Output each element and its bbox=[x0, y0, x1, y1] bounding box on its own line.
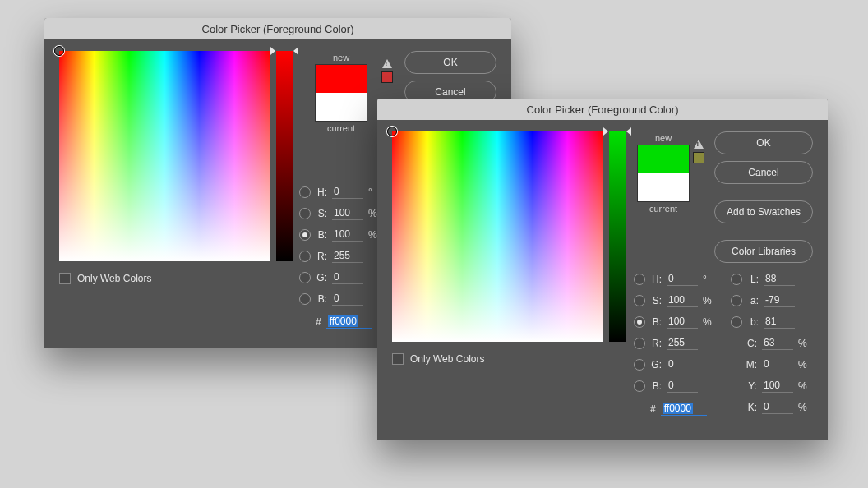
color-field[interactable] bbox=[59, 51, 270, 261]
gamut-swatch[interactable] bbox=[693, 152, 704, 163]
color-field-cursor[interactable] bbox=[387, 127, 397, 136]
radio-g[interactable] bbox=[634, 359, 645, 371]
current-color-swatch[interactable] bbox=[638, 173, 689, 201]
hue-slider-thumb-right[interactable] bbox=[293, 47, 298, 55]
field-k[interactable] bbox=[762, 401, 793, 414]
field-c[interactable] bbox=[762, 337, 793, 350]
field-h[interactable] bbox=[332, 186, 363, 199]
dialog-titlebar[interactable]: Color Picker (Foreground Color) bbox=[377, 99, 828, 120]
new-color-swatch[interactable] bbox=[316, 65, 367, 93]
radio-b[interactable] bbox=[634, 316, 645, 328]
dialog-titlebar[interactable]: Color Picker (Foreground Color) bbox=[44, 18, 511, 39]
radio-lab-b[interactable] bbox=[731, 316, 742, 328]
only-web-colors-checkbox[interactable]: Only Web Colors bbox=[59, 273, 293, 284]
hue-slider[interactable] bbox=[276, 51, 293, 261]
radio-h[interactable] bbox=[299, 186, 311, 198]
field-blue[interactable] bbox=[667, 380, 698, 393]
field-a[interactable] bbox=[764, 294, 795, 307]
radio-h[interactable] bbox=[634, 274, 645, 285]
gamut-swatch[interactable] bbox=[381, 71, 393, 83]
only-web-colors-label: Only Web Colors bbox=[410, 353, 484, 365]
checkbox-icon bbox=[392, 353, 404, 365]
hex-row: #ff0000 bbox=[299, 315, 378, 329]
color-preview bbox=[315, 64, 367, 122]
color-field-cursor[interactable] bbox=[54, 46, 64, 56]
ok-button[interactable]: OK bbox=[714, 131, 813, 154]
dialog-title: Color Picker (Foreground Color) bbox=[527, 104, 679, 116]
radio-l[interactable] bbox=[731, 274, 742, 285]
new-color-swatch[interactable] bbox=[638, 145, 689, 173]
field-y[interactable] bbox=[762, 380, 793, 393]
radio-s[interactable] bbox=[299, 208, 311, 219]
hue-slider[interactable] bbox=[609, 131, 626, 342]
radio-s[interactable] bbox=[634, 295, 645, 306]
color-libraries-button[interactable]: Color Libraries bbox=[714, 240, 813, 263]
hue-slider-thumb-left[interactable] bbox=[270, 47, 275, 55]
hue-slider-thumb-right[interactable] bbox=[626, 127, 631, 136]
new-color-label: new bbox=[333, 53, 349, 62]
hex-label: # bbox=[650, 403, 656, 415]
add-to-swatches-button[interactable]: Add to Swatches bbox=[714, 200, 813, 223]
checkbox-icon bbox=[59, 273, 71, 284]
field-m[interactable] bbox=[762, 358, 793, 371]
ok-button[interactable]: OK bbox=[404, 51, 496, 74]
only-web-colors-label: Only Web Colors bbox=[77, 273, 151, 284]
radio-blue[interactable] bbox=[634, 380, 645, 392]
radio-blue[interactable] bbox=[299, 293, 311, 305]
field-s[interactable] bbox=[332, 207, 363, 220]
hex-field[interactable]: ff0000 bbox=[326, 315, 372, 329]
hex-field[interactable]: ff0000 bbox=[661, 403, 707, 416]
field-b[interactable] bbox=[667, 315, 698, 329]
radio-b[interactable] bbox=[299, 229, 311, 241]
gamut-warning-icon[interactable] bbox=[694, 140, 704, 149]
field-h[interactable] bbox=[667, 273, 698, 286]
field-r[interactable] bbox=[667, 337, 698, 350]
field-blue[interactable] bbox=[332, 292, 363, 306]
radio-r[interactable] bbox=[299, 251, 311, 262]
radio-a[interactable] bbox=[731, 295, 742, 306]
hex-row: #ff0000 bbox=[634, 403, 713, 416]
only-web-colors-checkbox[interactable]: Only Web Colors bbox=[392, 353, 626, 365]
radio-g[interactable] bbox=[299, 272, 311, 283]
field-b[interactable] bbox=[332, 228, 363, 242]
color-field[interactable] bbox=[392, 131, 603, 342]
field-s[interactable] bbox=[667, 294, 698, 307]
color-picker-dialog-2: Color Picker (Foreground Color) Only Web… bbox=[377, 99, 828, 440]
radio-r[interactable] bbox=[634, 338, 645, 349]
field-l[interactable] bbox=[764, 273, 795, 286]
new-color-label: new bbox=[655, 133, 672, 143]
hex-label: # bbox=[316, 316, 321, 328]
current-color-label: current bbox=[649, 204, 677, 214]
field-g[interactable] bbox=[332, 271, 363, 284]
hue-slider-thumb-left[interactable] bbox=[603, 127, 608, 136]
gamut-warning-icon[interactable] bbox=[382, 59, 392, 68]
current-color-label: current bbox=[327, 123, 355, 133]
field-lab-b[interactable] bbox=[764, 315, 795, 329]
dialog-title: Color Picker (Foreground Color) bbox=[202, 23, 354, 35]
color-preview bbox=[637, 145, 690, 202]
field-r[interactable] bbox=[332, 250, 363, 263]
field-g[interactable] bbox=[667, 358, 698, 371]
cancel-button[interactable]: Cancel bbox=[714, 161, 813, 184]
current-color-swatch[interactable] bbox=[316, 93, 367, 121]
